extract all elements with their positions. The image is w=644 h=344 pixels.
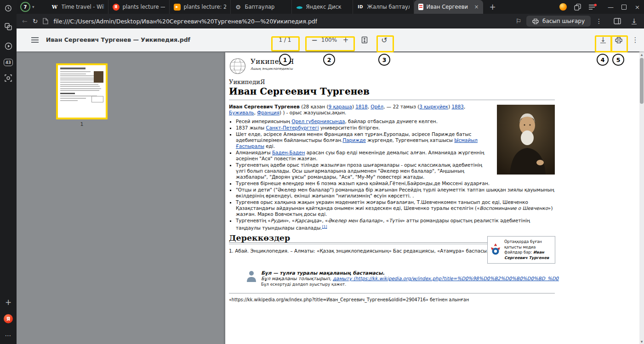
tab-plants-lecture-yandex[interactable]: Я plants lecture — Я: [108, 0, 170, 14]
id-favicon: ID: [357, 4, 364, 11]
tab-yandex-id[interactable]: ID Жалпы баптаулар: [353, 0, 414, 14]
back-icon[interactable]: ←: [22, 17, 28, 25]
downloads-icon[interactable]: ↓: [632, 18, 637, 24]
scroll-up-icon[interactable]: ▲: [639, 51, 644, 57]
tab-label: Time travel - Wikip: [62, 4, 104, 10]
printer-icon: [532, 18, 539, 24]
tab-yandex-disk[interactable]: Яндекс Диск: [292, 0, 353, 14]
add-panel-icon[interactable]: +: [0, 295, 17, 310]
browser-main: 7 ▾ W Time travel - Wikip Я plants lectu…: [17, 0, 644, 344]
scrollbar-thumb[interactable]: [640, 58, 644, 104]
list-item: Тургенев орыс халқына жақын украин мәден…: [236, 199, 555, 217]
minimize-button[interactable]: —: [604, 0, 617, 14]
page-thumbnail[interactable]: [56, 63, 108, 119]
window-controls: — ×: [604, 0, 644, 14]
list-item: Тургеневтің «Рудин», «Қарсаңда», «Әкелер…: [236, 218, 555, 231]
titlebar-actions: [559, 3, 597, 11]
toolbar-menu-icon[interactable]: ⋮: [631, 28, 640, 51]
close-button[interactable]: ×: [631, 0, 644, 14]
tab-plants-lecture-video[interactable]: ▶ plants lecture: 2 ть: [170, 0, 231, 14]
tab-count: 7: [24, 5, 27, 10]
tab-settings[interactable]: ⚙ Баптаулар: [231, 0, 292, 14]
gear-icon: ⚙: [235, 4, 242, 11]
new-tab-button[interactable]: +: [490, 2, 496, 11]
thumbnail-page-number: 1: [56, 121, 108, 127]
history-icon[interactable]: [0, 1, 17, 16]
page-indicator[interactable]: 1 / 1: [268, 28, 302, 51]
wikipedia-header: УикипедиЯ Ашық энциклопедиясы: [229, 57, 294, 75]
extension-badge[interactable]: 43: [0, 55, 17, 70]
tab-groups-icon[interactable]: [0, 19, 17, 34]
yandex-browser-logo[interactable]: Я: [0, 311, 17, 326]
pdf-toolbar: Иван Сергеевич Тургенев — Уикипедия.pdf …: [17, 28, 644, 51]
addressbar-menu-icon[interactable]: ⋮: [596, 17, 602, 25]
download-arrow-glyph: ↓: [600, 37, 606, 43]
print-button-label: басып шығару: [542, 18, 585, 24]
tab-time-travel[interactable]: W Time travel - Wikip: [47, 0, 108, 14]
pdf-favicon: [418, 4, 423, 10]
tab-turgenev-pdf[interactable]: Иван Сергееви ×: [414, 0, 483, 14]
chevron-down-icon: ▾: [32, 5, 34, 9]
print-icon[interactable]: [613, 28, 624, 51]
address-bar: ← ↻ file:///C:/Users/Admin/Desktop/Иван%…: [17, 14, 644, 28]
commons-box: Ортаққорда бұған қатысты медиа файлдар б…: [487, 236, 555, 264]
wikipedia-tagline: Ашық энциклопедиясы: [251, 67, 294, 71]
site-name: УикипедиЯ: [229, 79, 265, 85]
list-item: "Отцы и дети" ("Әкелер мен балалар") ром…: [236, 187, 555, 199]
tab-label: plants lecture: 2 ть: [184, 4, 226, 10]
tab-count-ring: 7: [20, 2, 30, 12]
wikipedia-wordmark: УикипедиЯ: [251, 57, 294, 66]
url-text[interactable]: file:///C:/Users/Admin/Desktop/Иван%20Се…: [53, 18, 317, 25]
tab-close-icon[interactable]: ×: [474, 4, 479, 10]
side-panel-icon[interactable]: [614, 18, 621, 24]
menu-icon[interactable]: [31, 39, 39, 40]
browser-window: 43 + Я ⋯ 7 ▾ W Time travel - Wikip Я pla…: [0, 0, 644, 344]
browser-sidebar: 43 + Я ⋯: [0, 0, 17, 344]
person-stub-icon: [246, 270, 256, 282]
yandex-favicon: Я: [113, 4, 120, 11]
yandex-disk-favicon: [296, 4, 303, 11]
fit-page-icon[interactable]: [359, 28, 370, 51]
profile-avatar[interactable]: [559, 3, 567, 11]
maximize-button[interactable]: [617, 0, 631, 14]
badge-count: 43: [4, 59, 13, 66]
scrollbar[interactable]: ▲ ▼: [639, 51, 644, 344]
tab-label: Баптаулар: [245, 4, 287, 10]
wikipedia-favicon: W: [51, 4, 58, 11]
stub-notice: Бұл — тұлға туралы мақаланың бастамасы. …: [246, 270, 559, 287]
commons-logo-icon: [490, 243, 501, 257]
list-item: Тургенев бірнеше өлеңдер мен 6 поэма жаз…: [236, 180, 555, 186]
file-icon: [43, 18, 48, 24]
print-page-button[interactable]: басып шығару: [526, 16, 591, 27]
footer-rule: [229, 293, 555, 293]
retrieved-from-line: «https://kk.wikipedia.org/w/index.php?ti…: [229, 297, 469, 302]
maximize-icon: [621, 5, 627, 10]
article-body: Иван Сергеевич Тургенев (28 қазан (9 қар…: [229, 104, 555, 254]
download-arrow-glyph: ↓: [632, 17, 637, 24]
rotate-icon[interactable]: ↺: [379, 28, 390, 51]
turgenev-portrait: [497, 105, 555, 175]
yandex-logo-glyph: Я: [4, 314, 13, 323]
sidebar-more-icon[interactable]: ⋯: [0, 328, 17, 343]
panels-icon[interactable]: [574, 4, 581, 11]
tab-label: Жалпы баптаулар: [367, 4, 410, 10]
tab-bar: 7 ▾ W Time travel - Wikip Я plants lectu…: [17, 0, 644, 14]
screenshot-icon[interactable]: [0, 71, 17, 85]
zoom-in-button[interactable]: +: [340, 28, 351, 51]
bookmark-icon[interactable]: ⚐: [515, 17, 521, 25]
scroll-down-icon[interactable]: ▼: [639, 338, 644, 344]
tab-counter[interactable]: 7 ▾: [20, 2, 34, 12]
stub-line: Бұл — тұлға туралы мақаланың бастамасы.: [261, 270, 559, 276]
refresh-icon[interactable]: ↻: [33, 17, 38, 25]
video-player-icon[interactable]: [0, 39, 17, 53]
pdf-viewer: 1 УикипедиЯ Ашық энциклопедиясы Уикипеди…: [17, 51, 644, 344]
zoom-level[interactable]: 100%: [319, 28, 339, 51]
zoom-out-button[interactable]: −: [309, 28, 320, 51]
wikipedia-globe-logo: [229, 57, 246, 75]
tab-label: Иван Сергееви: [427, 4, 471, 10]
tab-label: plants lecture — Я: [123, 4, 165, 10]
pdf-page: УикипедиЯ Ашық энциклопедиясы УикипедиЯ …: [225, 52, 639, 344]
tab-label: Яндекс Диск: [306, 4, 348, 10]
download-icon[interactable]: ↓: [598, 28, 609, 51]
notifications-icon[interactable]: [588, 4, 597, 10]
